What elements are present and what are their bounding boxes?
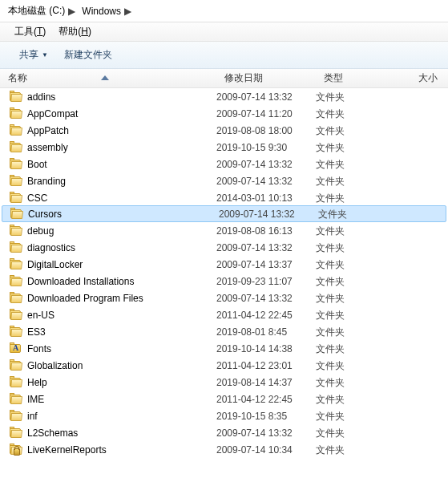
cell-type: 文件夹 — [316, 309, 410, 322]
cell-date: 2019-08-08 16:13 — [216, 225, 316, 237]
file-name: Branding — [27, 176, 66, 187]
cell-date: 2011-04-12 22:45 — [216, 394, 316, 405]
file-row[interactable]: Fonts2019-10-14 14:38文件夹 — [0, 340, 448, 357]
cell-date: 2019-08-08 18:00 — [216, 125, 316, 136]
file-row[interactable]: en-US2011-04-12 22:45文件夹 — [0, 306, 448, 323]
cell-date: 2019-09-23 11:07 — [216, 276, 316, 287]
file-row[interactable]: ES32019-08-01 8:45文件夹 — [0, 323, 448, 340]
cell-name: Fonts — [0, 343, 216, 354]
menubar: 工具(T) 帮助(H) — [0, 22, 448, 42]
cell-type: 文件夹 — [316, 107, 410, 121]
file-row[interactable]: Branding2009-07-14 13:32文件夹 — [0, 172, 448, 189]
menu-help-pre: 帮助( — [59, 26, 81, 37]
dropdown-arrow-icon: ▼ — [42, 51, 48, 59]
cell-name: Downloaded Installations — [0, 276, 216, 287]
folder-icon — [10, 427, 22, 439]
cell-type: 文件夹 — [316, 359, 410, 373]
file-row[interactable]: AppCompat2009-07-14 11:20文件夹 — [0, 105, 448, 122]
folder-icon — [10, 394, 22, 405]
file-row[interactable]: CSC2014-03-01 10:13文件夹 — [0, 189, 448, 206]
folder-icon — [10, 377, 22, 388]
cell-date: 2009-07-14 13:32 — [216, 91, 316, 103]
fonts-folder-icon — [10, 343, 22, 354]
folder-icon — [10, 142, 22, 153]
file-name: ES3 — [27, 326, 46, 338]
cell-type: 文件夹 — [316, 258, 410, 272]
file-row[interactable]: assembly2019-10-15 9:30文件夹 — [0, 139, 448, 156]
cell-date: 2009-07-14 13:32 — [216, 159, 316, 170]
new-folder-label: 新建文件夹 — [64, 48, 112, 62]
cell-date: 2019-10-15 8:35 — [216, 411, 316, 422]
file-row[interactable]: inf2019-10-15 8:35文件夹 — [0, 407, 448, 424]
file-row[interactable]: AppPatch2019-08-08 18:00文件夹 — [0, 122, 448, 139]
cell-type: 文件夹 — [316, 393, 410, 407]
file-name: inf — [27, 411, 38, 422]
column-header-name[interactable]: 名称 — [0, 71, 216, 85]
file-row[interactable]: Globalization2011-04-12 23:01文件夹 — [0, 357, 448, 374]
address-bar[interactable]: 本地磁盘 (C:) ▶ Windows ▶ — [0, 0, 448, 22]
cell-name: diagnostics — [0, 242, 216, 253]
new-folder-button[interactable]: 新建文件夹 — [56, 42, 120, 68]
file-row[interactable]: Cursors2009-07-14 13:32文件夹 — [2, 205, 446, 222]
file-row[interactable]: Downloaded Program Files2009-07-14 13:32… — [0, 290, 448, 306]
cell-name: IME — [0, 394, 216, 405]
cell-name: Boot — [0, 159, 216, 170]
file-name: en-US — [27, 310, 54, 321]
file-row[interactable]: DigitalLocker2009-07-14 13:37文件夹 — [0, 256, 448, 273]
file-row[interactable]: addins2009-07-14 13:32文件夹 — [0, 88, 448, 105]
cell-name: en-US — [0, 310, 216, 321]
share-button[interactable]: 共享 ▼ — [11, 42, 56, 68]
file-row[interactable]: Help2019-08-14 14:37文件夹 — [0, 374, 448, 391]
file-name: Globalization — [27, 360, 83, 371]
toolbar: 共享 ▼ 新建文件夹 — [0, 42, 448, 69]
file-list[interactable]: addins2009-07-14 13:32文件夹AppCompat2009-0… — [0, 88, 448, 458]
chevron-right-icon[interactable]: ▶ — [123, 6, 133, 17]
file-name: Downloaded Installations — [27, 276, 134, 287]
folder-icon — [10, 159, 22, 170]
menu-help-post: ) — [88, 26, 91, 37]
menu-help[interactable]: 帮助(H) — [52, 25, 98, 38]
file-name: Boot — [27, 159, 47, 170]
cell-date: 2011-04-12 23:01 — [216, 360, 316, 371]
breadcrumb-segment-drive[interactable]: 本地磁盘 (C:) — [3, 4, 67, 18]
cell-date: 2009-07-14 13:32 — [216, 293, 316, 304]
cell-date: 2014-03-01 10:13 — [216, 192, 316, 204]
column-header-date[interactable]: 修改日期 — [216, 71, 316, 85]
file-row[interactable]: Boot2009-07-14 13:32文件夹 — [0, 156, 448, 172]
column-header-size[interactable]: 大小 — [410, 71, 448, 85]
cell-type: 文件夹 — [316, 410, 410, 423]
sort-ascending-icon — [101, 75, 109, 80]
cell-type: 文件夹 — [316, 91, 410, 104]
cell-name: Downloaded Program Files — [0, 293, 216, 304]
folder-icon — [10, 225, 22, 237]
chevron-right-icon[interactable]: ▶ — [67, 6, 77, 17]
cell-type: 文件夹 — [316, 444, 410, 457]
column-header-type[interactable]: 类型 — [316, 71, 410, 85]
file-name: AppPatch — [27, 125, 69, 136]
file-row[interactable]: Downloaded Installations2019-09-23 11:07… — [0, 273, 448, 290]
folder-icon — [10, 242, 22, 253]
file-row[interactable]: IME2011-04-12 22:45文件夹 — [0, 391, 448, 407]
cell-type: 文件夹 — [316, 124, 410, 138]
cell-name: DigitalLocker — [0, 259, 216, 270]
menu-help-key: H — [81, 26, 88, 37]
file-name: Cursors — [28, 209, 62, 220]
file-row[interactable]: debug2019-08-08 16:13文件夹 — [0, 222, 448, 239]
file-name: L2Schemas — [27, 427, 78, 439]
file-name: CSC — [27, 192, 47, 204]
breadcrumb-segment-folder[interactable]: Windows — [77, 6, 123, 17]
file-name: debug — [27, 225, 54, 237]
file-name: addins — [27, 91, 55, 103]
folder-icon — [10, 192, 22, 204]
cell-date: 2011-04-12 22:45 — [216, 310, 316, 321]
share-label: 共享 — [19, 48, 38, 62]
menu-tools[interactable]: 工具(T) — [8, 25, 52, 38]
folder-icon — [10, 108, 22, 120]
file-row[interactable]: diagnostics2009-07-14 13:32文件夹 — [0, 239, 448, 256]
cell-type: 文件夹 — [316, 376, 410, 390]
file-row[interactable]: L2Schemas2009-07-14 13:32文件夹 — [0, 424, 448, 441]
file-row[interactable]: LiveKernelReports2009-07-14 10:34文件夹 — [0, 441, 448, 458]
cell-name: AppCompat — [0, 108, 216, 120]
folder-icon — [10, 209, 23, 220]
cell-date: 2009-07-14 13:32 — [216, 242, 316, 253]
